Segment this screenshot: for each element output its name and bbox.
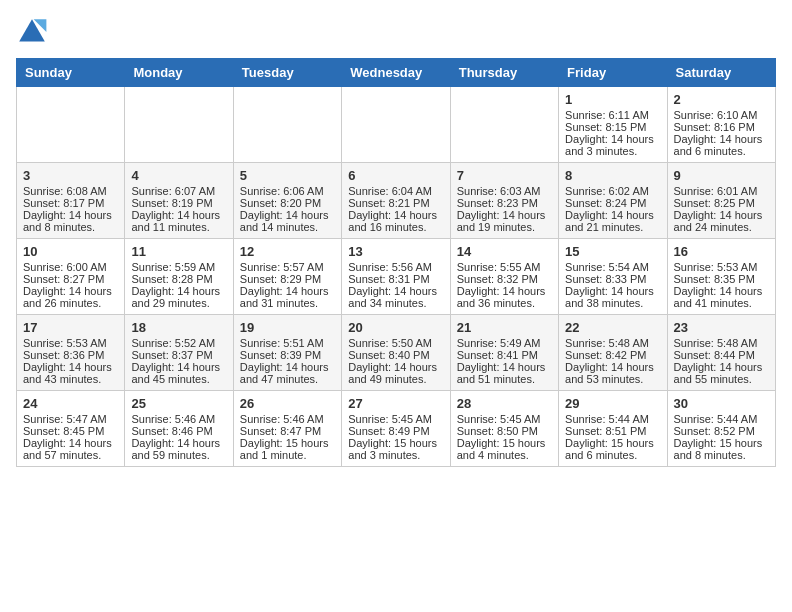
day-number: 14 [457,244,552,259]
day-info: Sunset: 8:37 PM [131,349,226,361]
day-info: Daylight: 14 hours and 11 minutes. [131,209,226,233]
day-info: Sunset: 8:41 PM [457,349,552,361]
weekday-header-wednesday: Wednesday [342,59,450,87]
day-info: Sunset: 8:29 PM [240,273,335,285]
day-info: Sunset: 8:44 PM [674,349,769,361]
day-number: 21 [457,320,552,335]
day-number: 27 [348,396,443,411]
day-info: Sunrise: 5:44 AM [674,413,769,425]
day-info: Sunrise: 5:45 AM [348,413,443,425]
day-info: Sunrise: 5:55 AM [457,261,552,273]
calendar-cell: 8Sunrise: 6:02 AMSunset: 8:24 PMDaylight… [559,163,667,239]
day-number: 30 [674,396,769,411]
day-info: Sunrise: 5:46 AM [240,413,335,425]
day-info: Daylight: 14 hours and 59 minutes. [131,437,226,461]
day-info: Sunrise: 5:44 AM [565,413,660,425]
calendar-cell: 19Sunrise: 5:51 AMSunset: 8:39 PMDayligh… [233,315,341,391]
day-info: Sunset: 8:24 PM [565,197,660,209]
calendar-cell: 1Sunrise: 6:11 AMSunset: 8:15 PMDaylight… [559,87,667,163]
day-info: Sunrise: 6:10 AM [674,109,769,121]
day-info: Sunset: 8:21 PM [348,197,443,209]
day-number: 10 [23,244,118,259]
calendar-cell: 29Sunrise: 5:44 AMSunset: 8:51 PMDayligh… [559,391,667,467]
day-info: Daylight: 14 hours and 45 minutes. [131,361,226,385]
day-number: 15 [565,244,660,259]
day-info: Sunrise: 6:04 AM [348,185,443,197]
calendar-cell [450,87,558,163]
calendar-cell: 9Sunrise: 6:01 AMSunset: 8:25 PMDaylight… [667,163,775,239]
day-info: Daylight: 14 hours and 16 minutes. [348,209,443,233]
day-info: Sunrise: 5:52 AM [131,337,226,349]
calendar-cell: 12Sunrise: 5:57 AMSunset: 8:29 PMDayligh… [233,239,341,315]
calendar-cell: 4Sunrise: 6:07 AMSunset: 8:19 PMDaylight… [125,163,233,239]
calendar-cell: 27Sunrise: 5:45 AMSunset: 8:49 PMDayligh… [342,391,450,467]
calendar-cell: 3Sunrise: 6:08 AMSunset: 8:17 PMDaylight… [17,163,125,239]
calendar-cell: 28Sunrise: 5:45 AMSunset: 8:50 PMDayligh… [450,391,558,467]
weekday-header-tuesday: Tuesday [233,59,341,87]
day-info: Sunrise: 5:57 AM [240,261,335,273]
day-number: 3 [23,168,118,183]
weekday-header-monday: Monday [125,59,233,87]
day-number: 17 [23,320,118,335]
weekday-header-sunday: Sunday [17,59,125,87]
calendar-cell: 30Sunrise: 5:44 AMSunset: 8:52 PMDayligh… [667,391,775,467]
calendar-cell: 26Sunrise: 5:46 AMSunset: 8:47 PMDayligh… [233,391,341,467]
day-info: Daylight: 14 hours and 41 minutes. [674,285,769,309]
day-number: 24 [23,396,118,411]
day-info: Sunset: 8:19 PM [131,197,226,209]
day-number: 23 [674,320,769,335]
day-info: Sunset: 8:17 PM [23,197,118,209]
day-info: Daylight: 14 hours and 31 minutes. [240,285,335,309]
calendar-cell: 15Sunrise: 5:54 AMSunset: 8:33 PMDayligh… [559,239,667,315]
day-info: Sunrise: 5:48 AM [565,337,660,349]
day-info: Daylight: 14 hours and 36 minutes. [457,285,552,309]
day-info: Sunrise: 5:53 AM [674,261,769,273]
day-info: Daylight: 14 hours and 24 minutes. [674,209,769,233]
day-number: 20 [348,320,443,335]
calendar-cell [125,87,233,163]
day-number: 26 [240,396,335,411]
calendar-cell [17,87,125,163]
day-info: Sunrise: 5:49 AM [457,337,552,349]
day-info: Sunrise: 6:01 AM [674,185,769,197]
day-info: Sunset: 8:47 PM [240,425,335,437]
day-info: Sunrise: 6:00 AM [23,261,118,273]
weekday-header-thursday: Thursday [450,59,558,87]
day-info: Daylight: 14 hours and 57 minutes. [23,437,118,461]
day-info: Sunset: 8:25 PM [674,197,769,209]
day-info: Daylight: 15 hours and 8 minutes. [674,437,769,461]
day-info: Sunrise: 5:46 AM [131,413,226,425]
calendar-cell: 14Sunrise: 5:55 AMSunset: 8:32 PMDayligh… [450,239,558,315]
day-info: Sunset: 8:40 PM [348,349,443,361]
day-number: 19 [240,320,335,335]
day-info: Sunrise: 5:53 AM [23,337,118,349]
day-info: Daylight: 14 hours and 51 minutes. [457,361,552,385]
logo [16,16,54,48]
day-info: Sunset: 8:20 PM [240,197,335,209]
day-info: Sunrise: 5:56 AM [348,261,443,273]
calendar-cell: 2Sunrise: 6:10 AMSunset: 8:16 PMDaylight… [667,87,775,163]
day-info: Sunset: 8:31 PM [348,273,443,285]
day-info: Sunset: 8:49 PM [348,425,443,437]
day-info: Sunset: 8:15 PM [565,121,660,133]
day-info: Sunrise: 5:54 AM [565,261,660,273]
weekday-header-saturday: Saturday [667,59,775,87]
day-number: 4 [131,168,226,183]
day-info: Daylight: 15 hours and 3 minutes. [348,437,443,461]
calendar: SundayMondayTuesdayWednesdayThursdayFrid… [16,58,776,467]
day-info: Sunset: 8:27 PM [23,273,118,285]
day-info: Daylight: 14 hours and 21 minutes. [565,209,660,233]
day-info: Sunrise: 5:51 AM [240,337,335,349]
day-info: Daylight: 14 hours and 34 minutes. [348,285,443,309]
day-info: Sunset: 8:42 PM [565,349,660,361]
day-info: Sunset: 8:23 PM [457,197,552,209]
day-info: Sunset: 8:35 PM [674,273,769,285]
calendar-cell: 6Sunrise: 6:04 AMSunset: 8:21 PMDaylight… [342,163,450,239]
day-info: Sunset: 8:51 PM [565,425,660,437]
day-number: 9 [674,168,769,183]
calendar-cell: 17Sunrise: 5:53 AMSunset: 8:36 PMDayligh… [17,315,125,391]
calendar-cell: 22Sunrise: 5:48 AMSunset: 8:42 PMDayligh… [559,315,667,391]
day-number: 18 [131,320,226,335]
day-info: Sunrise: 5:59 AM [131,261,226,273]
day-info: Sunrise: 6:02 AM [565,185,660,197]
